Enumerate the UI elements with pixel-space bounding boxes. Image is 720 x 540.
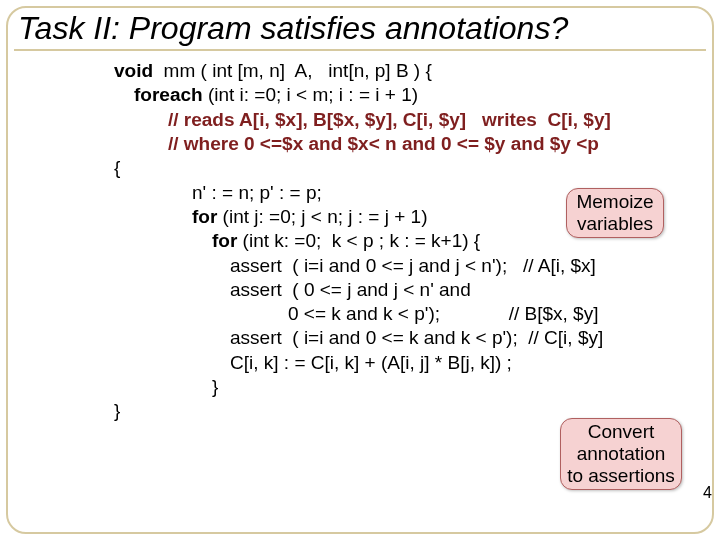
slide-title: Task II: Program satisfies annotations? [0,0,720,49]
code-line: C[i, k] : = C[i, k] + (A[i, j] * B[j, k]… [114,351,720,375]
code-line: assert ( i=i and 0 <= k and k < p'); // … [114,326,720,350]
code-line: void mm ( int [m, n] A, int[n, p] B ) { [114,59,720,83]
code-line: foreach (int i: =0; i < m; i : = i + 1) [114,83,720,107]
callout-convert: Convert annotation to assertions [560,418,682,490]
code-line: } [114,375,720,399]
code-line: assert ( 0 <= j and j < n' and [114,278,720,302]
callout-memoize: Memoize variables [566,188,664,238]
code-line: { [114,156,720,180]
code-line: // where 0 <=$x and $x< n and 0 <= $y an… [114,132,720,156]
code-line: // reads A[i, $x], B[$x, $y], C[i, $y] w… [114,108,720,132]
page-number: 4 [703,484,712,502]
title-underline [14,49,706,51]
code-line: assert ( i=i and 0 <= j and j < n'); // … [114,254,720,278]
code-block: void mm ( int [m, n] A, int[n, p] B ) { … [0,59,720,424]
code-line: 0 <= k and k < p'); // B[$x, $y] [114,302,720,326]
